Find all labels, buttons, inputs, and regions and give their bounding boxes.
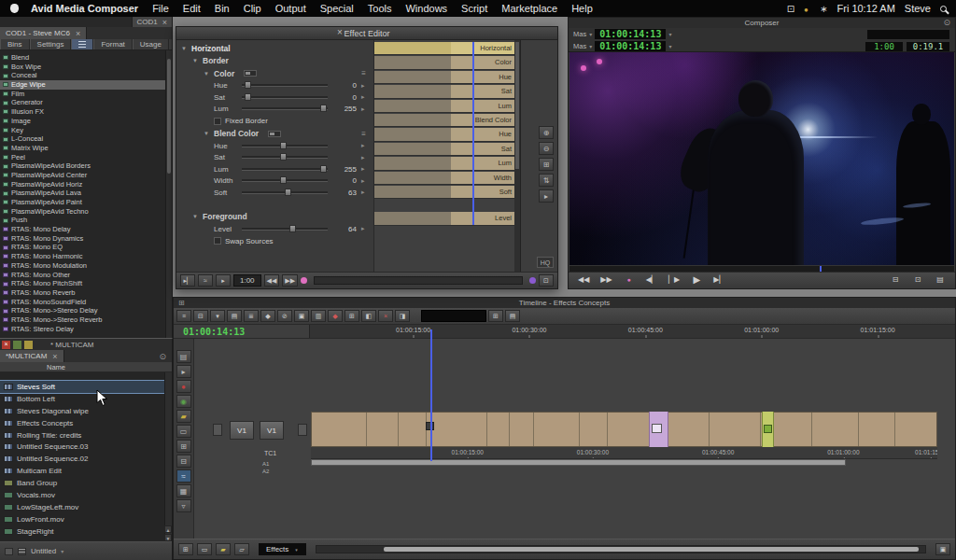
effect-item[interactable]: Illusion FX [0, 107, 165, 117]
collapse-triangle-icon[interactable]: ▼ [180, 46, 188, 51]
keyframe-arrow-icon[interactable]: ▸ [361, 177, 365, 185]
slider-handle[interactable] [280, 142, 287, 149]
toolbar-button[interactable]: ≡ [176, 310, 191, 322]
fixed-border-checkbox[interactable] [214, 118, 221, 125]
timeline-horizontal-scrollbar[interactable] [316, 545, 926, 553]
record-track-v1[interactable]: V1 [260, 421, 284, 440]
effect-item[interactable]: Push [0, 216, 165, 225]
audio-track-a2[interactable]: A2 [262, 469, 269, 474]
edit-point[interactable] [709, 413, 710, 446]
tab-cod1-steve-mc6[interactable]: COD1 - Steve MC6 × [0, 27, 87, 39]
bin-item[interactable]: Multicam Edit [0, 465, 164, 477]
effect-group-foreground[interactable]: ▼ Foreground [176, 211, 373, 224]
source-track-v1[interactable]: V1 [230, 421, 254, 440]
param-menu-icon[interactable]: ≡ [361, 130, 366, 138]
toolbar-button[interactable]: ⊟ [193, 310, 208, 322]
effect-item[interactable]: Matrix Wipe [0, 144, 165, 153]
tab-multicam[interactable]: *MULTICAM × [0, 350, 64, 362]
param-slider[interactable] [242, 145, 328, 147]
timeline-tool-button[interactable]: ▿ [176, 499, 191, 512]
effect-position-indicator[interactable] [472, 42, 474, 225]
timeline-tool-button[interactable]: ● [176, 380, 191, 393]
timeline-scroll-thumb[interactable] [311, 459, 846, 466]
timeline-tool-button[interactable]: ⊞ [176, 440, 191, 453]
track-patch-box[interactable] [213, 424, 222, 436]
clip-effect-pink[interactable] [649, 412, 668, 447]
collapsed-tab-cod1[interactable]: COD1 × [132, 17, 173, 27]
menu-item[interactable]: Marketplace [501, 3, 557, 14]
keyframe-arrow-icon[interactable]: ▸ [361, 142, 365, 149]
apple-menu-icon[interactable] [10, 4, 19, 13]
transport-button[interactable]: ▶▶ [598, 274, 613, 287]
composer-position-bar[interactable] [569, 265, 954, 272]
effect-item[interactable]: PlasmaWipeAvid Lava [0, 189, 165, 198]
bluetooth-icon[interactable]: ∗ [820, 4, 827, 14]
swap-sources-row[interactable]: Swap Sources [176, 235, 373, 248]
effect-item[interactable]: Generator [0, 98, 165, 107]
keyframe-track[interactable]: Sat [374, 143, 514, 156]
editor-tool-button[interactable]: ⊖ [539, 142, 554, 155]
edit-point[interactable] [894, 413, 895, 446]
edit-point[interactable] [509, 413, 510, 446]
effect-item[interactable]: Box Wipe [0, 63, 165, 72]
menu-item[interactable]: Script [461, 3, 487, 14]
transport-button[interactable]: ▶ [689, 274, 704, 287]
chevron-down-icon[interactable]: ▾ [589, 43, 592, 49]
list-view-icon[interactable] [18, 548, 26, 555]
timeline-tool-button[interactable]: ⊟ [176, 455, 191, 468]
bin-item[interactable]: LowFront.mov [0, 513, 164, 525]
menu-item[interactable]: Output [275, 3, 306, 14]
edit-point[interactable] [366, 413, 367, 446]
edit-point[interactable] [486, 413, 487, 446]
bin-item[interactable]: Steves Diagonal wipe [0, 405, 164, 417]
collapse-triangle-icon[interactable]: ▼ [203, 71, 210, 77]
bin-item[interactable]: Untitled Sequence.03 [0, 441, 164, 453]
effect-group-blend-color[interactable]: ▼ Blend Color ≡ [176, 128, 373, 141]
toolbar-button[interactable]: ◨ [395, 310, 410, 322]
effect-item[interactable]: PlasmaWipeAvid Center [0, 171, 165, 180]
clip-effect-green[interactable] [762, 412, 774, 447]
slider-handle[interactable] [245, 81, 251, 89]
menu-item[interactable]: Bin [215, 3, 230, 14]
edit-point[interactable] [858, 413, 859, 446]
keyframe-track[interactable]: Lum [374, 157, 514, 170]
edit-point[interactable] [811, 413, 812, 446]
editor-tool-button[interactable]: ⊞ [539, 158, 554, 171]
transport-button[interactable]: ◀◀ [264, 274, 280, 287]
menu-item[interactable]: Help [571, 3, 593, 14]
transport-button[interactable]: ▤ [933, 274, 948, 287]
keyframe-track[interactable]: Hue [374, 71, 514, 84]
marker-pink-icon[interactable] [301, 277, 307, 284]
grid-button[interactable]: ⊞ [488, 310, 503, 322]
enable-toggle[interactable] [244, 70, 257, 77]
toolbar-button[interactable]: ▣ [294, 310, 309, 322]
tracking-menu[interactable]: Mas [573, 30, 586, 38]
effect-item[interactable]: RTAS: Mono Delay [0, 225, 165, 234]
keyframe-arrow-icon[interactable]: ▸ [361, 105, 365, 113]
toolbar-button[interactable]: ▤ [227, 310, 242, 322]
view-tab[interactable]: Bins [0, 39, 30, 49]
editor-tool-button[interactable]: ⇅ [539, 174, 554, 187]
edit-point[interactable] [533, 413, 534, 446]
keyframe-track[interactable]: Horizontal [374, 42, 514, 55]
zoom-button[interactable] [13, 341, 21, 349]
zoom-level-display[interactable]: 1:00 [233, 274, 261, 287]
swap-sources-checkbox[interactable] [214, 237, 221, 245]
minimize-button[interactable] [24, 341, 33, 349]
video-track-clips[interactable] [311, 412, 937, 447]
slider-handle[interactable] [280, 176, 287, 184]
keyframe-arrow-icon[interactable]: ▸ [361, 82, 365, 90]
fixed-border-row[interactable]: Fixed Border [176, 115, 373, 128]
keyframe-track[interactable]: Sat [374, 85, 514, 98]
grid-button[interactable]: ⊡ [539, 274, 554, 287]
keyframe-arrow-icon[interactable]: ▸ [361, 189, 365, 196]
tracking-menu[interactable]: Mas [573, 42, 586, 50]
menu-item[interactable]: File [152, 3, 169, 14]
bin-view-preset[interactable]: Untitled [31, 547, 56, 555]
display-icon[interactable]: ⊡ [787, 4, 794, 14]
bin-item[interactable]: Rolling Title: credits [0, 429, 164, 441]
scrollbar-thumb[interactable] [515, 42, 519, 169]
transport-button[interactable]: ◀◀ [576, 274, 591, 287]
effect-item[interactable]: RTAS: Stereo Delay [0, 325, 165, 334]
effect-item[interactable]: PlasmaWipeAvid Horiz [0, 180, 165, 189]
